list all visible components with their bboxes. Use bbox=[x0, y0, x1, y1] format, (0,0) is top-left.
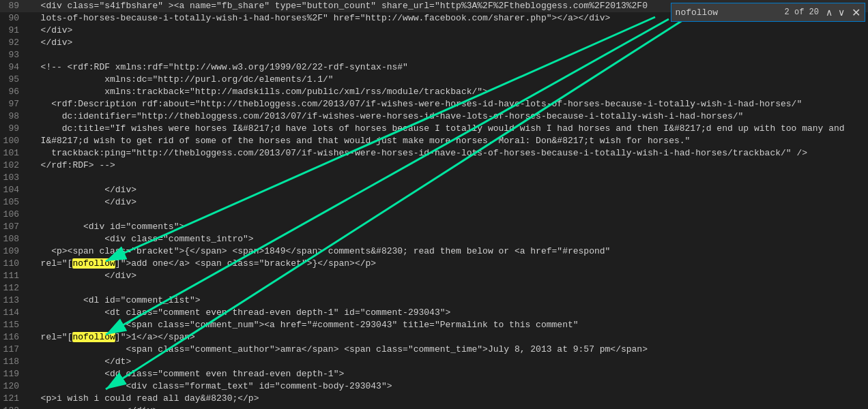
table-row: 110 rel="[nofollow]">add one</a> <span c… bbox=[0, 258, 868, 270]
line-number: 106 bbox=[0, 209, 27, 221]
table-row: 113 <dl id="comment_list"> bbox=[0, 294, 868, 307]
table-row: 93 bbox=[0, 49, 868, 61]
table-row: 105 </div> bbox=[0, 196, 868, 209]
search-next-button[interactable]: ∨ bbox=[835, 3, 848, 21]
line-number: 105 bbox=[0, 196, 27, 209]
line-number: 108 bbox=[0, 233, 27, 245]
table-row: 112 bbox=[0, 282, 868, 294]
line-number: 92 bbox=[0, 37, 27, 49]
line-content: </div> bbox=[27, 270, 868, 282]
line-content: xmlns:dc="http://purl.org/dc/elements/1.… bbox=[27, 74, 868, 86]
line-number: 119 bbox=[0, 368, 27, 380]
line-content: dc:title="If wishes were horses I&#8217;… bbox=[27, 123, 868, 135]
line-content: <div class="comments_intro"> bbox=[27, 233, 868, 245]
table-row: 101 trackback:ping="http://thebloggess.c… bbox=[0, 147, 868, 160]
line-content bbox=[27, 49, 868, 61]
table-row: 98 dc:identifier="http://thebloggess.com… bbox=[0, 110, 868, 123]
line-content: <p>i wish i could read all day&#8230;</p… bbox=[27, 393, 868, 405]
line-content: <dt class="comment even thread-even dept… bbox=[27, 307, 868, 319]
line-content: <rdf:Description rdf:about="http://thebl… bbox=[27, 98, 868, 110]
table-row: 107 <div id="comments"> bbox=[0, 221, 868, 233]
search-input[interactable] bbox=[671, 3, 781, 21]
search-prev-button[interactable]: ∧ bbox=[823, 3, 835, 21]
line-content: <dd class="comment even thread-even dept… bbox=[27, 368, 868, 380]
line-content: rel="[nofollow]">1</a></span> bbox=[27, 331, 868, 344]
line-content: </rdf:RDF> --> bbox=[27, 160, 868, 172]
line-number: 110 bbox=[0, 258, 27, 270]
line-number: 121 bbox=[0, 393, 27, 405]
table-row: 118 </dt> bbox=[0, 356, 868, 368]
line-number: 113 bbox=[0, 294, 27, 307]
line-content bbox=[27, 282, 868, 294]
line-number: 98 bbox=[0, 110, 27, 123]
line-content: </div> bbox=[27, 184, 868, 196]
code-container: 89 <div class="s4ifbshare" ><a name="fb_… bbox=[0, 0, 868, 409]
table-row: 111 </div> bbox=[0, 270, 868, 282]
table-row: 115 <span class="comment_num"><a href="#… bbox=[0, 319, 868, 331]
table-row: 94 <!-- <rdf:RDF xmlns:rdf="http://www.w… bbox=[0, 61, 868, 74]
line-content: <div class="format_text" id="comment-bod… bbox=[27, 380, 868, 393]
line-number: 111 bbox=[0, 270, 27, 282]
line-number: 117 bbox=[0, 344, 27, 356]
table-row: 121 <p>i wish i could read all day&#8230… bbox=[0, 393, 868, 405]
line-number: 116 bbox=[0, 331, 27, 344]
line-content: <span class="comment_num"><a href="#comm… bbox=[27, 319, 868, 331]
line-content bbox=[27, 172, 868, 184]
line-content: <dl id="comment_list"> bbox=[27, 294, 868, 307]
line-number: 118 bbox=[0, 356, 27, 368]
line-number: 97 bbox=[0, 98, 27, 110]
line-number: 112 bbox=[0, 282, 27, 294]
line-number: 94 bbox=[0, 61, 27, 74]
line-number: 104 bbox=[0, 184, 27, 196]
table-row: 109 <p><span class="bracket">{</span> <s… bbox=[0, 245, 868, 258]
line-number: 93 bbox=[0, 49, 27, 61]
line-number: 101 bbox=[0, 147, 27, 160]
table-row: 119 <dd class="comment even thread-even … bbox=[0, 368, 868, 380]
line-content: trackback:ping="http://thebloggess.com/2… bbox=[27, 147, 868, 160]
table-row: 95 xmlns:dc="http://purl.org/dc/elements… bbox=[0, 74, 868, 86]
line-number: 99 bbox=[0, 123, 27, 135]
line-number: 103 bbox=[0, 172, 27, 184]
line-number: 95 bbox=[0, 74, 27, 86]
line-content: <!-- <rdf:RDF xmlns:rdf="http://www.w3.o… bbox=[27, 61, 868, 74]
line-content: <p><span class="bracket">{</span> <span>… bbox=[27, 245, 868, 258]
search-box[interactable]: 2 of 20 ∧ ∨ ✕ bbox=[671, 3, 865, 22]
line-content: </dt> bbox=[27, 356, 868, 368]
line-content: I&#8217;d wish to get rid of some of the… bbox=[27, 135, 868, 147]
line-number: 100 bbox=[0, 135, 27, 147]
table-row: 99 dc:title="If wishes were horses I&#82… bbox=[0, 123, 868, 135]
line-content: </div> bbox=[27, 196, 868, 209]
table-row: 91 </div> bbox=[0, 25, 868, 37]
line-number: 96 bbox=[0, 86, 27, 98]
search-close-button[interactable]: ✕ bbox=[848, 3, 865, 21]
line-number: 122 bbox=[0, 405, 27, 409]
table-row: 122 </div> bbox=[0, 405, 868, 409]
table-row: 120 <div class="format_text" id="comment… bbox=[0, 380, 868, 393]
line-number: 107 bbox=[0, 221, 27, 233]
line-content: rel="[nofollow]">add one</a> <span class… bbox=[27, 258, 868, 270]
line-number: 102 bbox=[0, 160, 27, 172]
line-number: 91 bbox=[0, 25, 27, 37]
search-count: 2 of 20 bbox=[781, 7, 823, 17]
line-content: xmlns:trackback="http://madskills.com/pu… bbox=[27, 86, 868, 98]
line-number: 109 bbox=[0, 245, 27, 258]
table-row: 117 <span class="comment_author">amra</s… bbox=[0, 344, 868, 356]
table-row: 106 bbox=[0, 209, 868, 221]
line-content: <span class="comment_author">amra</span>… bbox=[27, 344, 868, 356]
table-row: 92 </div> bbox=[0, 37, 868, 49]
line-number: 90 bbox=[0, 12, 27, 25]
line-number: 115 bbox=[0, 319, 27, 331]
line-content: </div> bbox=[27, 405, 868, 409]
table-row: 116 rel="[nofollow]">1</a></span> bbox=[0, 331, 868, 344]
line-content: </div> bbox=[27, 25, 868, 37]
table-row: 97 <rdf:Description rdf:about="http://th… bbox=[0, 98, 868, 110]
table-row: 108 <div class="comments_intro"> bbox=[0, 233, 868, 245]
table-row: 103 bbox=[0, 172, 868, 184]
line-number: 114 bbox=[0, 307, 27, 319]
line-number: 89 bbox=[0, 0, 27, 12]
table-row: 100 I&#8217;d wish to get rid of some of… bbox=[0, 135, 868, 147]
line-content bbox=[27, 209, 868, 221]
line-content: dc:identifier="http://thebloggess.com/20… bbox=[27, 110, 868, 123]
line-number: 120 bbox=[0, 380, 27, 393]
table-row: 96 xmlns:trackback="http://madskills.com… bbox=[0, 86, 868, 98]
